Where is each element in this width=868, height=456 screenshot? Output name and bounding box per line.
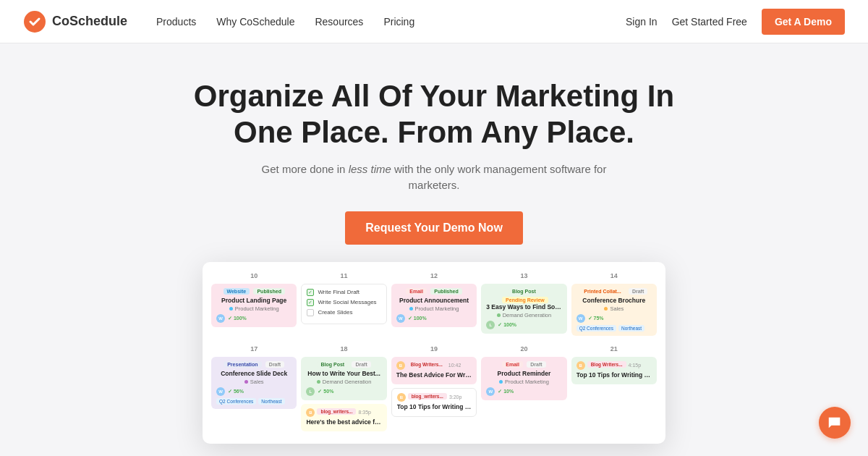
card-conference-brochure[interactable]: Printed Collat... Draft Conference Broch… — [571, 284, 657, 336]
card-status: Draft — [265, 361, 284, 368]
card-tag: Email — [406, 288, 427, 295]
logo[interactable]: CoSchedule — [23, 10, 127, 33]
hero-section: Organize All Of Your Marketing In One Pl… — [0, 43, 868, 444]
card-status: Draft — [629, 288, 647, 295]
card-easy-ways[interactable]: Blog Post Pending Review 3 Easy Ways to … — [481, 284, 566, 334]
cal-col-13: 13 Blog Post Pending Review 3 Easy Ways … — [481, 271, 566, 339]
cal-col-10: 10 Website Published Product Landing Pag… — [211, 271, 297, 339]
cal-col-20: 20 Email Draft Product Reminder Product … — [481, 344, 566, 435]
avatar: W — [486, 387, 495, 396]
avatar: B — [396, 361, 405, 370]
card-status: Draft — [527, 361, 545, 368]
get-demo-button[interactable]: Get A Demo — [762, 9, 845, 35]
avatar: L — [306, 387, 315, 396]
dashboard-preview: 10 Website Published Product Landing Pag… — [203, 262, 665, 444]
card-top10-19[interactable]: B blog_writers... 3:20p Top 10 Tips for … — [391, 388, 477, 417]
cal-col-21: 21 B Blog Writers... 4:15p Top 10 Tips f… — [571, 344, 657, 435]
nav-why[interactable]: Why CoSchedule — [216, 16, 294, 28]
nav-right: Sign In Get Started Free Get A Demo — [626, 9, 845, 35]
card-tag: Blog Post — [509, 288, 540, 295]
card-product-reminder[interactable]: Email Draft Product Reminder Product Mar… — [481, 357, 566, 400]
hero-title: Organize All Of Your Marketing In One Pl… — [181, 78, 687, 151]
sign-in-link[interactable]: Sign In — [626, 16, 658, 28]
card-top10-21[interactable]: B Blog Writers... 4:15p Top 10 Tips for … — [571, 357, 657, 384]
avatar: L — [486, 321, 495, 329]
card-tag: Presentation — [224, 361, 261, 368]
avatar: W — [216, 314, 225, 323]
avatar: B — [397, 393, 406, 402]
logo-text: CoSchedule — [52, 14, 127, 29]
avatar: B — [576, 361, 585, 370]
nav-resources[interactable]: Resources — [315, 16, 363, 28]
card-product-landing[interactable]: Website Published Product Landing Page P… — [211, 284, 297, 327]
card-tag: Blog Writers... — [587, 361, 626, 368]
card-tag: blog_writers... — [408, 393, 447, 400]
avatar: W — [396, 314, 405, 323]
avatar: W — [216, 387, 225, 396]
card-checklist[interactable]: ✓ Write Final Draft ✓ Write Social Messa… — [301, 284, 386, 324]
get-started-link[interactable]: Get Started Free — [672, 16, 747, 28]
cal-col-18: 18 Blog Post Draft How to Write Your Bes… — [301, 344, 386, 435]
cal-col-14: 14 Printed Collat... Draft Conference Br… — [571, 271, 657, 339]
card-tag: Printed Collat... — [580, 288, 624, 295]
cal-col-19: 19 B Blog Writers... 10:42 The Best Advi… — [391, 344, 477, 435]
calendar-row-2: 17 Presentation Draft Conference Slide D… — [211, 344, 657, 435]
nav-products[interactable]: Products — [156, 16, 196, 28]
hero-subtitle: Get more done in less time with the only… — [260, 161, 608, 194]
card-tag: Email — [502, 361, 523, 368]
card-tag: Blog Writers... — [407, 361, 446, 368]
card-status: Pending Review — [502, 297, 548, 303]
card-tag: blog_writers... — [317, 408, 356, 415]
hero-cta-button[interactable]: Request Your Demo Now — [345, 211, 523, 245]
card-slide-deck[interactable]: Presentation Draft Conference Slide Deck… — [211, 357, 297, 409]
chat-bubble[interactable] — [819, 407, 851, 439]
avatar: W — [576, 314, 585, 323]
card-status: Draft — [352, 361, 370, 368]
avatar: B — [306, 408, 315, 417]
cal-col-11: 11 ✓ Write Final Draft ✓ Write Social Me… — [301, 271, 386, 339]
card-best-advice-19[interactable]: B Blog Writers... 10:42 The Best Advice … — [391, 357, 477, 384]
navbar: CoSchedule Products Why CoSchedule Resou… — [0, 0, 868, 43]
nav-links: Products Why CoSchedule Resources Pricin… — [156, 16, 626, 28]
cal-col-12: 12 Email Published Product Announcement … — [391, 271, 477, 339]
calendar-row-1: 10 Website Published Product Landing Pag… — [211, 271, 657, 339]
card-how-to-write[interactable]: Blog Post Draft How to Write Your Best..… — [301, 357, 386, 400]
card-tag: Blog Post — [317, 361, 348, 368]
card-status: Published — [253, 288, 284, 295]
cal-col-17: 17 Presentation Draft Conference Slide D… — [211, 344, 297, 435]
card-product-announcement[interactable]: Email Published Product Announcement Pro… — [391, 284, 477, 327]
nav-pricing[interactable]: Pricing — [383, 16, 414, 28]
card-tag: Website — [224, 288, 250, 295]
card-status: Published — [430, 288, 461, 295]
card-best-advice-18[interactable]: B blog_writers... 8:35p Here's the best … — [301, 404, 386, 431]
